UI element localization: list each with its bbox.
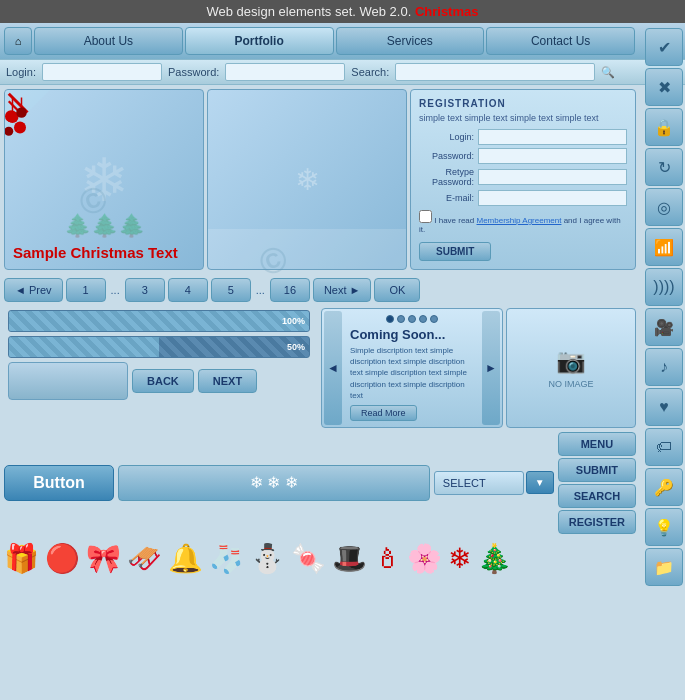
ok-button[interactable]: OK: [374, 278, 420, 302]
reg-login-input[interactable]: [478, 129, 627, 145]
controls-row: Button ❄ ❄ ❄ SELECT ▼ MENU SUBMIT SEARCH…: [0, 430, 640, 536]
music-icon[interactable]: ♪: [645, 348, 683, 386]
folder-icon[interactable]: 📁: [645, 548, 683, 586]
bulb-icon[interactable]: 💡: [645, 508, 683, 546]
settings-icon[interactable]: ◎: [645, 188, 683, 226]
big-button[interactable]: Button: [4, 465, 114, 501]
page-1[interactable]: 1: [66, 278, 106, 302]
xmas-icon-bell: 🔔: [168, 542, 203, 575]
dots-2: ...: [254, 284, 267, 296]
dot-3[interactable]: [408, 315, 416, 323]
nav-about-us[interactable]: About Us: [34, 27, 183, 55]
carousel-panel: ◄ Coming Soon... Simple discription text…: [321, 308, 503, 428]
chart-icon[interactable]: 📶: [645, 228, 683, 266]
photo-panel: ❄: [207, 89, 407, 270]
dot-5[interactable]: [430, 315, 438, 323]
reg-retype-row: Retype Password:: [419, 167, 627, 187]
menu-button[interactable]: MENU: [558, 432, 636, 456]
snowflake-button[interactable]: ❄ ❄ ❄: [118, 465, 430, 501]
middle-section: 100% 50% BACK NEXT ◄: [0, 306, 640, 430]
right-icon-column: ✔ ✖ 🔒 ↻ ◎ 📶 )))) 🎥 ♪ ♥ 🏷 🔑 💡 📁: [643, 26, 685, 588]
reg-password-label: Password:: [419, 151, 474, 161]
reg-agree-checkbox[interactable]: [419, 210, 432, 223]
select-field[interactable]: SELECT: [434, 471, 524, 495]
progress-fill-full: [9, 311, 309, 331]
nav-portfolio[interactable]: Portfolio: [185, 27, 334, 55]
small-preview: [8, 362, 128, 400]
title-text: Web design elements set. Web 2.0.: [207, 4, 412, 19]
home-button[interactable]: ⌂: [4, 27, 32, 55]
lock-icon[interactable]: 🔒: [645, 108, 683, 146]
page-3[interactable]: 3: [125, 278, 165, 302]
reg-email-label: E-mail:: [419, 193, 474, 203]
page-4[interactable]: 4: [168, 278, 208, 302]
password-input[interactable]: [225, 63, 345, 81]
title-highlight: Christmas: [415, 4, 479, 19]
nav-contact-us[interactable]: Contact Us: [486, 27, 635, 55]
photo-panel-footer: [208, 229, 406, 269]
nav-services[interactable]: Services: [336, 27, 485, 55]
no-image-panel: 📷 NO IMAGE: [506, 308, 636, 428]
side-buttons: MENU SUBMIT SEARCH REGISTER: [558, 432, 636, 534]
check-icon[interactable]: ✔: [645, 28, 683, 66]
xmas-text-post: Text: [144, 244, 178, 261]
xmas-icon-ball: 🔴: [45, 542, 80, 575]
password-label: Password:: [168, 66, 219, 78]
progress-bar-half: 50%: [8, 336, 310, 358]
xmas-icon-sled: 🛷: [127, 542, 162, 575]
heart-icon[interactable]: ♥: [645, 388, 683, 426]
nav-services-label: Services: [387, 34, 433, 48]
coming-soon-text: Simple discription text simple discripti…: [350, 345, 474, 401]
reg-password-input[interactable]: [478, 148, 627, 164]
register-button[interactable]: REGISTER: [558, 510, 636, 534]
tag-icon[interactable]: 🏷: [645, 428, 683, 466]
search-icon[interactable]: 🔍: [601, 66, 615, 79]
reg-retype-input[interactable]: [478, 169, 627, 185]
photo-placeholder: ❄: [295, 162, 320, 197]
reg-email-input[interactable]: [478, 190, 627, 206]
search-input[interactable]: [395, 63, 595, 81]
dot-2[interactable]: [397, 315, 405, 323]
xmas-card-text: Sample Christmas Text: [13, 244, 195, 261]
reg-agree-text: I have read: [434, 216, 474, 225]
carousel-dots: [350, 315, 474, 323]
login-input[interactable]: [42, 63, 162, 81]
snowflake-icon: ❄ ❄ ❄: [250, 473, 298, 492]
main-area: ❄ 🌲🌲🌲 Sample Christmas Text ❄ REGISTRATI…: [0, 85, 640, 274]
search-button[interactable]: SEARCH: [558, 484, 636, 508]
next-button-2[interactable]: NEXT: [198, 369, 257, 393]
reg-retype-label: Retype Password:: [419, 167, 474, 187]
svg-point-8: [16, 107, 27, 118]
registration-panel: REGISTRATION simple text simple text sim…: [410, 89, 636, 270]
video-icon[interactable]: 🎥: [645, 308, 683, 346]
progress-bar-full: 100%: [8, 310, 310, 332]
submit-button[interactable]: SUBMIT: [558, 458, 636, 482]
progress-label-half: 50%: [287, 342, 305, 352]
dot-1[interactable]: [386, 315, 394, 323]
read-more-button[interactable]: Read More: [350, 405, 417, 421]
page-16[interactable]: 16: [270, 278, 310, 302]
select-arrow-button[interactable]: ▼: [526, 471, 554, 494]
reg-submit-button[interactable]: SUBMIT: [419, 242, 491, 261]
reg-subtitle: simple text simple text simple text simp…: [419, 113, 627, 123]
reg-agree-link[interactable]: Membership Agreement: [477, 216, 562, 225]
refresh-icon[interactable]: ↻: [645, 148, 683, 186]
reg-title: REGISTRATION: [419, 98, 627, 109]
page-5[interactable]: 5: [211, 278, 251, 302]
xmas-icon-stocking: 🧦: [209, 542, 244, 575]
main-wrapper: © © Web design elements set. Web 2.0. Ch…: [0, 0, 685, 700]
back-button[interactable]: BACK: [132, 369, 194, 393]
title-bar: Web design elements set. Web 2.0. Christ…: [0, 0, 685, 23]
carousel-left-arrow[interactable]: ◄: [324, 311, 342, 425]
tree-bg: 🌲🌲🌲: [5, 213, 203, 239]
close-icon[interactable]: ✖: [645, 68, 683, 106]
reg-login-label: Login:: [419, 132, 474, 142]
next-button[interactable]: Next ►: [313, 278, 372, 302]
carousel-right-arrow[interactable]: ►: [482, 311, 500, 425]
key-icon[interactable]: 🔑: [645, 468, 683, 506]
progress-fill-half: [9, 337, 159, 357]
rss-icon[interactable]: )))): [645, 268, 683, 306]
xmas-icon-gift: 🎁: [4, 542, 39, 575]
dot-4[interactable]: [419, 315, 427, 323]
prev-button[interactable]: ◄ Prev: [4, 278, 63, 302]
